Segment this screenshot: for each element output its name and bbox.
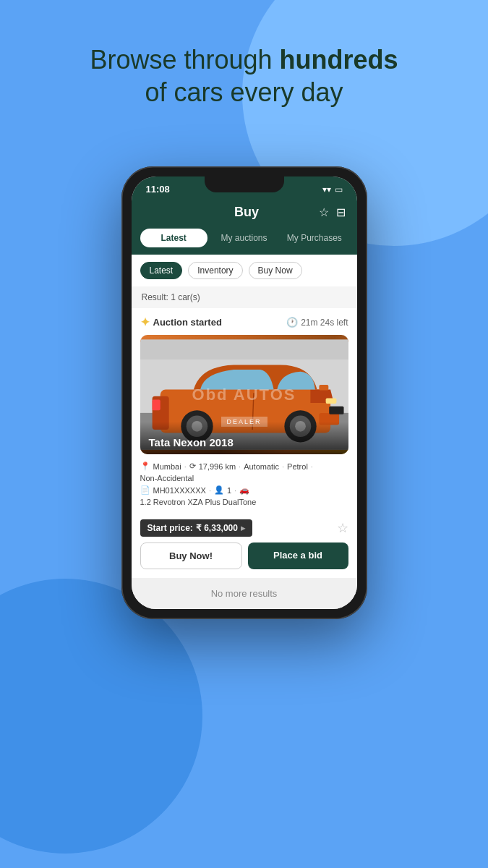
sparkle-icon: ✦ bbox=[140, 315, 150, 329]
buy-now-button[interactable]: Buy Now! bbox=[140, 542, 242, 569]
phone-wrapper: 11:08 ▾▾ ▭ Buy ☆ ⊟ Latest My auctions M bbox=[121, 166, 367, 619]
car-details: 📍 Mumbai · ⟳ 17,996 km · Automatic · Pet… bbox=[140, 454, 348, 514]
car-image: Obd AUTOS DEALER Tata Nexon 2018 bbox=[140, 335, 348, 454]
action-buttons: Buy Now! Place a bid bbox=[140, 542, 348, 569]
filter-icon[interactable]: ⊟ bbox=[336, 205, 346, 219]
car-variant: 1.2 Revotron XZA Plus DualTone bbox=[140, 498, 257, 506]
headline-end: of cars every day bbox=[145, 77, 343, 107]
tabs-container: Latest My auctions My Purchases bbox=[132, 229, 357, 255]
header-icons: ☆ ⊟ bbox=[319, 205, 346, 219]
auction-header: ✦ Auction started 🕐 21m 24s left bbox=[140, 308, 348, 335]
car-condition: Non-Accidental bbox=[140, 474, 194, 482]
chip-inventory[interactable]: Inventory bbox=[188, 262, 242, 279]
favorite-icon[interactable]: ☆ bbox=[337, 520, 348, 536]
odometer-icon: ⟳ bbox=[189, 461, 196, 471]
car-transmission: Automatic bbox=[244, 462, 279, 471]
price-badge: Start price: ₹ 6,33,000 bbox=[140, 519, 252, 537]
screen-header: Buy ☆ ⊟ bbox=[132, 199, 357, 229]
auction-started-label: Auction started bbox=[153, 317, 222, 328]
car-km: 17,996 km bbox=[199, 462, 236, 471]
car-fuel: Petrol bbox=[287, 462, 308, 471]
notch bbox=[205, 176, 284, 192]
location-icon: 📍 bbox=[140, 461, 150, 471]
status-time: 11:08 bbox=[146, 184, 170, 195]
headline-bold: hundreds bbox=[280, 45, 398, 75]
no-more-results: No more results bbox=[132, 578, 357, 609]
person-icon: 👤 bbox=[214, 485, 224, 495]
tab-my-purchases[interactable]: My Purchases bbox=[281, 229, 348, 247]
watermark-line1: Obd AUTOS bbox=[192, 386, 296, 404]
price-value: ₹ 6,33,000 bbox=[196, 523, 238, 533]
headline-text: Browse through hundredsof cars every day bbox=[29, 43, 459, 109]
phone-mockup: 11:08 ▾▾ ▭ Buy ☆ ⊟ Latest My auctions M bbox=[121, 166, 367, 619]
bookmark-icon[interactable]: ☆ bbox=[319, 205, 329, 219]
svg-rect-16 bbox=[329, 407, 343, 414]
svg-rect-12 bbox=[325, 399, 336, 404]
chip-latest[interactable]: Latest bbox=[140, 262, 183, 279]
watermark: Obd AUTOS bbox=[192, 386, 296, 404]
doc-icon: 📄 bbox=[140, 485, 150, 495]
car-card: ✦ Auction started 🕐 21m 24s left bbox=[132, 308, 357, 578]
clock-icon: 🕐 bbox=[286, 317, 298, 328]
headline-normal: Browse through bbox=[90, 45, 279, 75]
time-left: 🕐 21m 24s left bbox=[286, 317, 348, 328]
auction-started: ✦ Auction started bbox=[140, 315, 222, 329]
tab-my-auctions[interactable]: My auctions bbox=[210, 229, 278, 247]
phone-screen: 11:08 ▾▾ ▭ Buy ☆ ⊟ Latest My auctions M bbox=[132, 176, 357, 609]
detail-row-1: 📍 Mumbai · ⟳ 17,996 km · Automatic · Pet… bbox=[140, 461, 348, 482]
car-registration: MH01XXXXXX bbox=[153, 486, 206, 495]
wifi-icon: ▾▾ bbox=[322, 184, 331, 195]
chips-container: Latest Inventory Buy Now bbox=[132, 255, 357, 286]
header-title: Buy bbox=[175, 205, 319, 220]
car-name: Tata Nexon 2018 bbox=[149, 436, 340, 448]
car-label-overlay: Tata Nexon 2018 bbox=[140, 422, 348, 454]
status-icons: ▾▾ ▭ bbox=[322, 184, 343, 195]
svg-rect-15 bbox=[319, 385, 328, 390]
battery-icon: ▭ bbox=[335, 184, 343, 195]
detail-row-2: 📄 MH01XXXXXX · 👤 1 · 🚗 1.2 Revotron XZA … bbox=[140, 485, 348, 506]
bg-circle-bottom-left bbox=[0, 579, 202, 854]
place-bid-button[interactable]: Place a bid bbox=[248, 542, 348, 569]
time-left-text: 21m 24s left bbox=[301, 318, 348, 328]
svg-rect-13 bbox=[152, 399, 160, 410]
result-bar: Result: 1 car(s) bbox=[132, 286, 357, 308]
headline: Browse through hundredsof cars every day bbox=[0, 43, 488, 109]
car-icon-small: 🚗 bbox=[239, 485, 249, 495]
tab-latest[interactable]: Latest bbox=[140, 229, 207, 247]
chip-buy-now[interactable]: Buy Now bbox=[249, 262, 302, 279]
status-bar: 11:08 ▾▾ ▭ bbox=[132, 176, 357, 199]
result-text: Result: 1 car(s) bbox=[142, 292, 200, 302]
car-location: Mumbai bbox=[153, 462, 181, 471]
price-label: Start price: bbox=[147, 523, 193, 533]
price-row: Start price: ₹ 6,33,000 ☆ bbox=[140, 519, 348, 537]
car-owners: 1 bbox=[227, 486, 231, 495]
